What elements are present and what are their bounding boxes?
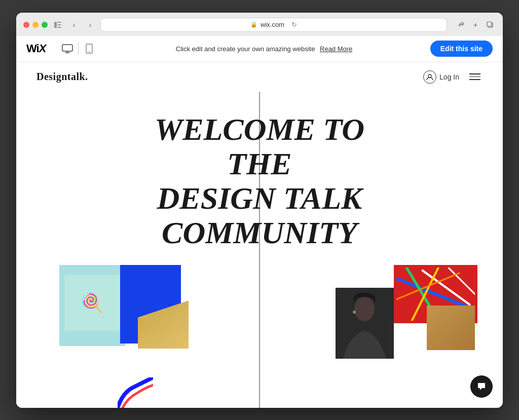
hamburger-menu[interactable] [467, 71, 483, 82]
hero-title-line3: COMMUNITY [128, 215, 391, 250]
svg-rect-5 [487, 22, 492, 26]
hero-section: WELCOME TO THE DESIGN TALK COMMUNITY 🍭 [16, 92, 503, 408]
hamburger-line-2 [469, 77, 480, 78]
address-bar[interactable]: 🔒 wix.com ↻ [100, 18, 447, 32]
site-content: Designtalk. Log In [16, 62, 503, 408]
svg-point-18 [353, 311, 356, 314]
bottom-ribbon-left [118, 377, 153, 408]
user-icon [423, 70, 436, 84]
close-button[interactable] [23, 22, 29, 28]
hero-title-line1: WELCOME TO THE [128, 112, 391, 181]
svg-rect-3 [57, 27, 61, 28]
portrait-image [336, 288, 394, 359]
chat-button[interactable] [470, 375, 493, 398]
hero-title-line2: DESIGN TALK [128, 181, 391, 215]
hero-title: WELCOME TO THE DESIGN TALK COMMUNITY [128, 112, 391, 250]
edit-site-button[interactable]: Edit this site [430, 41, 493, 57]
svg-rect-1 [57, 22, 61, 23]
site-header: Designtalk. Log In [16, 62, 503, 92]
minimize-button[interactable] [32, 22, 39, 28]
browser-titlebar: ‹ › 🔒 wix.com ↻ + [23, 18, 496, 32]
back-button[interactable]: ‹ [68, 19, 80, 30]
site-logo: Designtalk. [36, 71, 88, 83]
share-button[interactable] [455, 19, 467, 30]
svg-point-8 [89, 51, 90, 52]
svg-rect-2 [57, 24, 61, 25]
wix-promo-text: Click edit and create your own amazing w… [106, 45, 422, 53]
traffic-lights [23, 22, 48, 28]
url-text: wix.com [261, 21, 284, 28]
login-label: Log In [439, 73, 459, 81]
sidebar-toggle-button[interactable] [52, 19, 64, 30]
browser-window: ‹ › 🔒 wix.com ↻ + WiX [16, 13, 503, 408]
device-divider [78, 43, 79, 55]
device-icons [59, 40, 98, 57]
read-more-link[interactable]: Read More [320, 45, 352, 53]
forward-button[interactable]: › [84, 19, 96, 30]
lollipop-image: 🍭 [64, 275, 120, 331]
image-gallery: 🍭 [16, 265, 503, 407]
svg-point-17 [354, 297, 375, 321]
hero-text: WELCOME TO THE DESIGN TALK COMMUNITY [118, 92, 401, 265]
browser-chrome: ‹ › 🔒 wix.com ↻ + [16, 13, 503, 36]
desktop-view-button[interactable] [59, 40, 76, 57]
site-nav: Log In [423, 70, 483, 84]
promo-message: Click edit and create your own amazing w… [176, 45, 315, 53]
refresh-button[interactable]: ↻ [291, 21, 297, 28]
svg-rect-0 [54, 22, 57, 28]
mobile-view-button[interactable] [81, 40, 98, 57]
hamburger-line-3 [469, 79, 480, 80]
duplicate-button[interactable] [484, 19, 496, 30]
svg-rect-6 [62, 45, 72, 51]
hamburger-line-1 [469, 73, 480, 74]
wix-bar: WiX Click edit and create your own amazi… [16, 36, 503, 62]
maximize-button[interactable] [42, 22, 48, 28]
login-button[interactable]: Log In [423, 70, 459, 84]
wix-logo: WiX [26, 42, 46, 55]
lock-icon: 🔒 [250, 21, 257, 28]
gold-right-block [427, 306, 475, 350]
svg-point-9 [428, 74, 431, 78]
new-tab-button[interactable]: + [469, 19, 481, 30]
browser-right-controls: + [455, 19, 496, 30]
svg-line-14 [449, 268, 475, 294]
right-collage [336, 265, 477, 351]
left-collage: 🍭 [59, 265, 216, 351]
svg-line-15 [396, 273, 459, 299]
